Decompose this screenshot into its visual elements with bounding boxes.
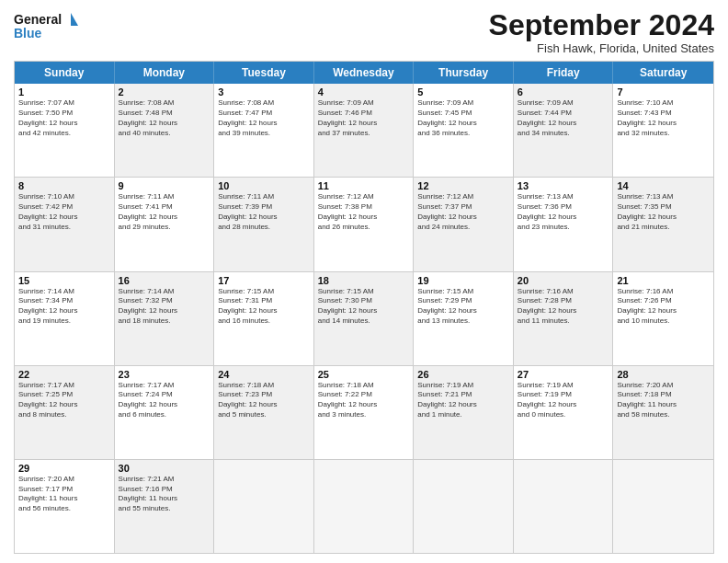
day-number: 14	[617, 180, 710, 191]
day-info: Sunrise: 7:18 AM Sunset: 7:22 PM Dayligh…	[318, 381, 410, 420]
empty-cell	[414, 460, 514, 553]
day-info: Sunrise: 7:15 AM Sunset: 7:29 PM Dayligh…	[417, 287, 509, 327]
day-number: 10	[218, 180, 310, 191]
day-header-wednesday: Wednesday	[314, 62, 415, 84]
day-info: Sunrise: 7:09 AM Sunset: 7:44 PM Dayligh…	[518, 98, 609, 138]
day-number: 18	[318, 275, 410, 286]
day-cell-15: 15Sunrise: 7:14 AM Sunset: 7:34 PM Dayli…	[15, 272, 115, 365]
day-info: Sunrise: 7:19 AM Sunset: 7:21 PM Dayligh…	[417, 381, 509, 420]
day-info: Sunrise: 7:12 AM Sunset: 7:37 PM Dayligh…	[417, 192, 509, 232]
day-cell-27: 27Sunrise: 7:19 AM Sunset: 7:19 PM Dayli…	[514, 366, 614, 459]
day-cell-28: 28Sunrise: 7:20 AM Sunset: 7:18 PM Dayli…	[613, 366, 713, 459]
day-header-tuesday: Tuesday	[214, 62, 314, 84]
day-number: 13	[518, 180, 609, 191]
day-header-monday: Monday	[115, 62, 215, 84]
calendar-header: SundayMondayTuesdayWednesdayThursdayFrid…	[15, 62, 713, 84]
day-info: Sunrise: 7:18 AM Sunset: 7:23 PM Dayligh…	[218, 381, 310, 420]
week-row-2: 8Sunrise: 7:10 AM Sunset: 7:42 PM Daylig…	[15, 177, 713, 270]
day-info: Sunrise: 7:07 AM Sunset: 7:50 PM Dayligh…	[18, 98, 110, 138]
day-number: 2	[119, 86, 210, 98]
day-cell-8: 8Sunrise: 7:10 AM Sunset: 7:42 PM Daylig…	[15, 178, 115, 270]
logo-svg: General Blue	[14, 9, 78, 46]
day-number: 8	[18, 180, 110, 191]
day-cell-23: 23Sunrise: 7:17 AM Sunset: 7:24 PM Dayli…	[115, 366, 215, 459]
day-info: Sunrise: 7:13 AM Sunset: 7:36 PM Dayligh…	[518, 192, 609, 232]
day-info: Sunrise: 7:14 AM Sunset: 7:34 PM Dayligh…	[18, 287, 110, 327]
day-cell-10: 10Sunrise: 7:11 AM Sunset: 7:39 PM Dayli…	[214, 178, 314, 270]
day-info: Sunrise: 7:10 AM Sunset: 7:43 PM Dayligh…	[617, 98, 710, 138]
day-info: Sunrise: 7:13 AM Sunset: 7:35 PM Dayligh…	[617, 192, 710, 232]
day-info: Sunrise: 7:21 AM Sunset: 7:16 PM Dayligh…	[119, 475, 210, 514]
day-cell-11: 11Sunrise: 7:12 AM Sunset: 7:38 PM Dayli…	[314, 178, 415, 270]
location: Fish Hawk, Florida, United States	[489, 41, 714, 55]
svg-text:Blue: Blue	[14, 26, 42, 40]
day-info: Sunrise: 7:20 AM Sunset: 7:17 PM Dayligh…	[18, 475, 110, 514]
day-cell-6: 6Sunrise: 7:09 AM Sunset: 7:44 PM Daylig…	[514, 84, 614, 177]
week-row-1: 1Sunrise: 7:07 AM Sunset: 7:50 PM Daylig…	[15, 84, 713, 177]
title-block: September 2024 Fish Hawk, Florida, Unite…	[489, 9, 714, 55]
day-info: Sunrise: 7:08 AM Sunset: 7:47 PM Dayligh…	[218, 98, 310, 138]
day-number: 19	[417, 275, 509, 286]
day-number: 23	[119, 369, 210, 380]
day-cell-3: 3Sunrise: 7:08 AM Sunset: 7:47 PM Daylig…	[214, 84, 314, 177]
day-number: 5	[417, 86, 509, 98]
calendar: SundayMondayTuesdayWednesdayThursdayFrid…	[14, 61, 714, 554]
day-cell-26: 26Sunrise: 7:19 AM Sunset: 7:21 PM Dayli…	[414, 366, 514, 459]
month-title: September 2024	[489, 9, 714, 41]
day-cell-19: 19Sunrise: 7:15 AM Sunset: 7:29 PM Dayli…	[414, 272, 514, 365]
day-info: Sunrise: 7:09 AM Sunset: 7:45 PM Dayligh…	[417, 98, 509, 138]
day-info: Sunrise: 7:16 AM Sunset: 7:26 PM Dayligh…	[617, 287, 710, 327]
day-cell-13: 13Sunrise: 7:13 AM Sunset: 7:36 PM Dayli…	[514, 178, 614, 270]
day-number: 7	[617, 86, 710, 98]
day-cell-2: 2Sunrise: 7:08 AM Sunset: 7:48 PM Daylig…	[115, 84, 215, 177]
day-cell-1: 1Sunrise: 7:07 AM Sunset: 7:50 PM Daylig…	[15, 84, 115, 177]
day-info: Sunrise: 7:14 AM Sunset: 7:32 PM Dayligh…	[119, 287, 210, 327]
day-cell-22: 22Sunrise: 7:17 AM Sunset: 7:25 PM Dayli…	[15, 366, 115, 459]
day-cell-24: 24Sunrise: 7:18 AM Sunset: 7:23 PM Dayli…	[214, 366, 314, 459]
day-number: 20	[518, 275, 609, 286]
empty-cell	[613, 460, 713, 553]
day-info: Sunrise: 7:19 AM Sunset: 7:19 PM Dayligh…	[518, 381, 609, 420]
day-info: Sunrise: 7:11 AM Sunset: 7:41 PM Dayligh…	[119, 192, 210, 232]
day-header-thursday: Thursday	[414, 62, 514, 84]
day-number: 25	[318, 369, 410, 380]
svg-marker-2	[71, 13, 78, 26]
day-info: Sunrise: 7:12 AM Sunset: 7:38 PM Dayligh…	[318, 192, 410, 232]
day-number: 4	[318, 86, 410, 98]
day-number: 9	[119, 180, 210, 191]
day-number: 28	[617, 369, 710, 380]
day-cell-7: 7Sunrise: 7:10 AM Sunset: 7:43 PM Daylig…	[613, 84, 713, 177]
day-cell-29: 29Sunrise: 7:20 AM Sunset: 7:17 PM Dayli…	[15, 460, 115, 553]
day-info: Sunrise: 7:20 AM Sunset: 7:18 PM Dayligh…	[617, 381, 710, 420]
day-cell-17: 17Sunrise: 7:15 AM Sunset: 7:31 PM Dayli…	[214, 272, 314, 365]
day-header-sunday: Sunday	[15, 62, 115, 84]
day-cell-25: 25Sunrise: 7:18 AM Sunset: 7:22 PM Dayli…	[314, 366, 415, 459]
page: General Blue September 2024 Fish Hawk, F…	[0, 0, 728, 563]
day-number: 21	[617, 275, 710, 286]
day-cell-14: 14Sunrise: 7:13 AM Sunset: 7:35 PM Dayli…	[613, 178, 713, 270]
calendar-body: 1Sunrise: 7:07 AM Sunset: 7:50 PM Daylig…	[15, 84, 713, 553]
day-info: Sunrise: 7:11 AM Sunset: 7:39 PM Dayligh…	[218, 192, 310, 232]
day-number: 16	[119, 275, 210, 286]
header: General Blue September 2024 Fish Hawk, F…	[14, 9, 714, 55]
day-number: 3	[218, 86, 310, 98]
day-info: Sunrise: 7:10 AM Sunset: 7:42 PM Dayligh…	[18, 192, 110, 232]
empty-cell	[514, 460, 614, 553]
day-header-saturday: Saturday	[613, 62, 713, 84]
day-number: 30	[119, 463, 210, 474]
logo: General Blue	[14, 9, 78, 46]
day-number: 26	[417, 369, 509, 380]
day-cell-18: 18Sunrise: 7:15 AM Sunset: 7:30 PM Dayli…	[314, 272, 415, 365]
day-info: Sunrise: 7:17 AM Sunset: 7:25 PM Dayligh…	[18, 381, 110, 420]
day-number: 22	[18, 369, 110, 380]
day-cell-9: 9Sunrise: 7:11 AM Sunset: 7:41 PM Daylig…	[115, 178, 215, 270]
day-cell-4: 4Sunrise: 7:09 AM Sunset: 7:46 PM Daylig…	[314, 84, 415, 177]
day-info: Sunrise: 7:15 AM Sunset: 7:30 PM Dayligh…	[318, 287, 410, 327]
day-cell-12: 12Sunrise: 7:12 AM Sunset: 7:37 PM Dayli…	[414, 178, 514, 270]
day-cell-30: 30Sunrise: 7:21 AM Sunset: 7:16 PM Dayli…	[115, 460, 215, 553]
day-number: 12	[417, 180, 509, 191]
day-number: 29	[18, 463, 110, 474]
svg-text:General: General	[14, 12, 62, 27]
week-row-3: 15Sunrise: 7:14 AM Sunset: 7:34 PM Dayli…	[15, 271, 713, 365]
day-header-friday: Friday	[514, 62, 614, 84]
